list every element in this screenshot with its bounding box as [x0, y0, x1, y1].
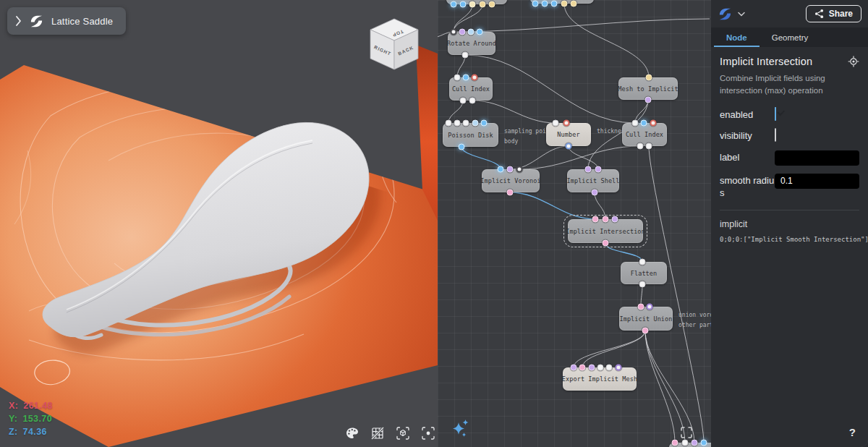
node-port-yellow-light[interactable]: [469, 1, 476, 8]
node-port-red-ring[interactable]: [650, 120, 657, 127]
node-collection-c[interactable]: [669, 443, 711, 447]
grid-toggle-button[interactable]: [368, 424, 387, 443]
node-port-blue-ring[interactable]: [566, 143, 572, 150]
node-port-blue[interactable]: [459, 144, 465, 150]
scene-canvas[interactable]: TOP RIGHT BACK: [0, 0, 438, 447]
node-port-yellow[interactable]: [561, 1, 568, 7]
node-port-blue[interactable]: [641, 120, 647, 127]
node-port-purple[interactable]: [571, 365, 577, 371]
node-port-white[interactable]: [637, 143, 644, 150]
node-port-blue[interactable]: [451, 1, 457, 8]
node-port-white[interactable]: [469, 98, 476, 104]
project-pill[interactable]: Lattice Saddle: [7, 7, 126, 35]
node-port-white[interactable]: [646, 143, 652, 150]
node-port-pink[interactable]: [603, 240, 609, 247]
node-collection-b[interactable]: [530, 0, 594, 4]
focus-button[interactable]: [419, 424, 438, 443]
node-port-white[interactable]: [446, 120, 452, 127]
node-port-purple[interactable]: [585, 166, 592, 173]
node-port-blue[interactable]: [477, 29, 483, 35]
smooth-radius-input[interactable]: [775, 174, 859, 189]
enabled-checkbox[interactable]: [775, 107, 776, 121]
node-export-implicit-mesh[interactable]: Export Implicit Mesh: [563, 367, 637, 391]
palette-button[interactable]: [343, 424, 362, 443]
tab-node[interactable]: Node: [714, 27, 760, 47]
node-label: Rotate Around: [447, 40, 496, 47]
node-port-yellow[interactable]: [489, 1, 495, 8]
share-button[interactable]: Share: [806, 5, 861, 22]
node-port-blue[interactable]: [701, 440, 707, 446]
sparkles-icon: [449, 418, 475, 441]
node-implicit-union[interactable]: Implicit Union: [619, 307, 673, 331]
node-poisson-disk[interactable]: Poisson Disk: [443, 123, 498, 147]
node-port-white[interactable]: [597, 365, 604, 371]
node-port-pink[interactable]: [507, 190, 514, 196]
node-port-pink[interactable]: [638, 304, 644, 310]
node-graph[interactable]: Rotate AroundCull IndexPoisson Disksampl…: [438, 0, 711, 447]
node-port-purple[interactable]: [507, 166, 514, 173]
viewport-3d[interactable]: TOP RIGHT BACK Lattice Saddle X:261.48 Y…: [0, 0, 438, 447]
node-port-white[interactable]: [463, 120, 469, 127]
node-port-pink[interactable]: [592, 216, 599, 223]
help-button[interactable]: ?: [849, 426, 856, 438]
node-port-purple[interactable]: [595, 166, 602, 173]
logo-dropdown-chevron-icon[interactable]: [738, 12, 745, 17]
node-port-purple[interactable]: [592, 190, 598, 196]
node-port-yellow[interactable]: [646, 74, 652, 81]
node-port-purple-ring[interactable]: [616, 365, 622, 371]
node-port-white[interactable]: [454, 74, 461, 81]
view-cube[interactable]: TOP RIGHT BACK: [370, 19, 418, 69]
frame-object-button[interactable]: [393, 424, 412, 443]
tab-geometry[interactable]: Geometry: [760, 27, 821, 47]
node-port-white[interactable]: [606, 365, 613, 371]
node-port-pink[interactable]: [603, 216, 609, 223]
node-port-white[interactable]: [462, 52, 469, 59]
node-implicit-shell[interactable]: Implicit Shell: [567, 169, 619, 192]
node-port-white[interactable]: [639, 259, 646, 265]
node-cull-index-2[interactable]: Cull Index: [622, 123, 667, 146]
node-port-purple[interactable]: [589, 365, 595, 371]
node-cull-index-1[interactable]: Cull Index: [449, 77, 493, 101]
locate-node-button[interactable]: [848, 56, 859, 67]
node-port-purple[interactable]: [645, 97, 652, 103]
node-collection-a[interactable]: [446, 0, 507, 4]
node-port-blue[interactable]: [542, 1, 548, 7]
node-port-purple[interactable]: [459, 29, 466, 35]
node-port-red-ring[interactable]: [563, 120, 570, 127]
node-number[interactable]: Number: [546, 123, 591, 146]
node-port-white[interactable]: [553, 120, 559, 127]
node-flatten[interactable]: Flatten: [621, 262, 667, 284]
node-port-red-ring[interactable]: [472, 74, 478, 81]
node-port-blue[interactable]: [463, 74, 469, 81]
node-port-blue[interactable]: [498, 166, 504, 173]
node-port-white[interactable]: [460, 98, 467, 104]
node-port-white-dark[interactable]: [451, 29, 457, 35]
node-port-yellow[interactable]: [480, 1, 486, 8]
node-port-blue[interactable]: [481, 120, 488, 127]
node-port-blue[interactable]: [532, 1, 539, 7]
node-port-white[interactable]: [454, 120, 461, 127]
node-port-white[interactable]: [632, 120, 639, 127]
node-rotate-around[interactable]: Rotate Around: [448, 32, 495, 55]
node-port-blue[interactable]: [551, 1, 558, 7]
node-port-yellow[interactable]: [571, 1, 577, 7]
app-logo-icon[interactable]: [718, 7, 733, 22]
node-port-pink[interactable]: [642, 328, 649, 334]
node-port-purple-ring[interactable]: [647, 304, 653, 310]
node-mesh-to-implicit[interactable]: Mesh to Implicit: [618, 77, 678, 100]
coordinate-readout: X:261.48 Y:153.70 Z:74.36: [9, 398, 53, 437]
ai-assistant-button[interactable]: [449, 418, 475, 443]
node-port-white-dark[interactable]: [516, 166, 523, 173]
label-input[interactable]: [775, 150, 859, 166]
node-port-purple[interactable]: [612, 216, 618, 223]
node-implicit-intersection[interactable]: Implicit Intersection: [568, 219, 643, 243]
node-port-blue-light[interactable]: [468, 29, 475, 35]
node-port-white[interactable]: [639, 281, 646, 288]
editor-fullscreen-button[interactable]: [681, 427, 692, 440]
node-port-pink[interactable]: [579, 365, 586, 371]
visibility-checkbox[interactable]: [775, 128, 776, 142]
node-port-pink[interactable]: [672, 440, 678, 446]
node-port-blue[interactable]: [460, 1, 467, 8]
node-implicit-voronoi[interactable]: Implicit Voronoi: [482, 169, 540, 192]
node-port-blue-light[interactable]: [472, 120, 479, 127]
